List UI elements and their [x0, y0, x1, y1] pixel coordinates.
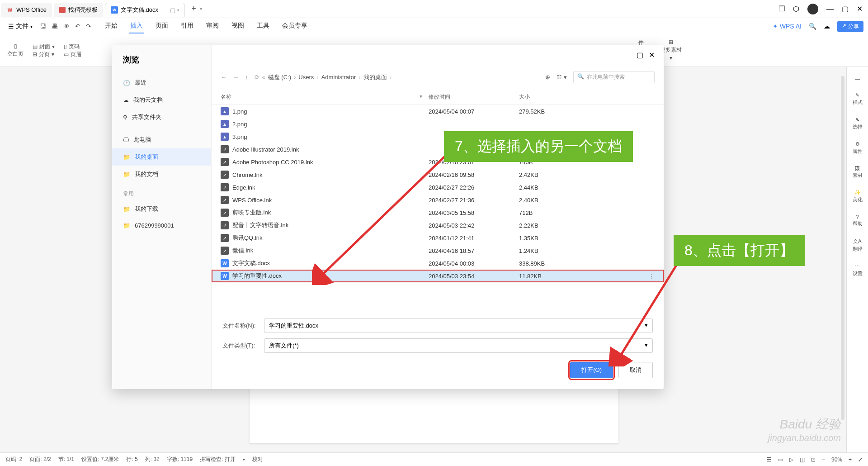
nav-cloud[interactable]: ☁我的云文档: [112, 91, 211, 109]
zoom-in-icon[interactable]: +: [849, 456, 852, 463]
collapse-icon[interactable]: —: [855, 76, 860, 81]
new-folder-icon[interactable]: ⊕: [545, 74, 550, 81]
cancel-button[interactable]: 取消: [618, 362, 653, 378]
minimize-icon[interactable]: —: [826, 5, 834, 13]
refresh-icon[interactable]: ⟳: [255, 74, 259, 81]
tab-menu-icon[interactable]: ▢ •: [170, 7, 179, 14]
cloud-icon[interactable]: ☁: [824, 23, 830, 30]
tab-wps[interactable]: W WPS Office: [1, 3, 52, 17]
new-tab-button[interactable]: +: [191, 4, 196, 14]
rs-beautify[interactable]: ✨美化: [853, 190, 863, 203]
status-proof[interactable]: 校对: [252, 456, 263, 463]
ribbon-cover[interactable]: ▤ 封面 ▾: [33, 43, 55, 51]
bc-item[interactable]: 我的桌面: [363, 73, 387, 81]
col-date[interactable]: 修改时间: [429, 93, 519, 101]
tab-review[interactable]: 审阅: [205, 19, 220, 33]
share-button[interactable]: ↗ 分享: [837, 21, 863, 32]
save-icon[interactable]: 🖫: [40, 23, 46, 30]
file-row[interactable]: ▲2.png: [212, 118, 664, 130]
view-full-icon[interactable]: ⊡: [811, 456, 816, 463]
rs-translate[interactable]: 文A翻译: [853, 238, 863, 252]
print-icon[interactable]: 🖶: [52, 23, 58, 30]
close-icon[interactable]: ✕: [857, 5, 863, 13]
status-section[interactable]: 节: 1/1: [58, 456, 74, 463]
filename-input[interactable]: 学习的重要性.docx▾: [264, 319, 653, 333]
status-row[interactable]: 行: 5: [126, 456, 137, 463]
rs-styles[interactable]: ✎样式: [853, 92, 863, 106]
nav-folder-id[interactable]: 📁676299990001: [112, 218, 211, 233]
more-icon[interactable]: ⋮: [649, 273, 655, 280]
zoom-level[interactable]: 90%: [831, 456, 842, 463]
window-copy-icon[interactable]: ❐: [778, 5, 785, 13]
nav-desktop[interactable]: 📁我的桌面: [112, 148, 211, 166]
rs-assets[interactable]: 🖼素材: [853, 166, 863, 179]
expand-icon[interactable]: ⤢: [858, 456, 863, 463]
view-read-icon[interactable]: ▭: [778, 456, 783, 463]
status-pos[interactable]: 设置值: 7.2厘米: [81, 456, 119, 463]
rs-select[interactable]: ⬉选择: [853, 117, 863, 130]
tab-templates[interactable]: 找稻壳模板: [54, 3, 103, 17]
col-size[interactable]: 大小: [519, 93, 573, 101]
status-spell[interactable]: 拼写检查: 打开: [200, 456, 236, 463]
zoom-out-icon[interactable]: −: [822, 456, 825, 463]
tab-reference[interactable]: 引用: [180, 19, 194, 33]
file-row[interactable]: ↗配音丨文字转语音.lnk2024/05/03 22:422.22KB: [212, 219, 664, 232]
bc-item[interactable]: Users: [298, 74, 314, 81]
nav-shared[interactable]: ⚲共享文件夹: [112, 109, 211, 126]
file-row[interactable]: ↗Edge.lnk2024/02/27 22:262.44KB: [212, 181, 664, 194]
scrollbar[interactable]: [841, 76, 844, 420]
filetype-select[interactable]: 所有文件(*)▾: [264, 338, 653, 353]
sort-icon[interactable]: ▾: [420, 93, 429, 101]
tab-document[interactable]: W 文字文稿.docx ▢ •: [105, 3, 185, 17]
preview-icon[interactable]: 👁: [63, 23, 70, 30]
back-icon[interactable]: ←: [221, 74, 226, 81]
file-row[interactable]: ↗腾讯QQ.lnk2024/01/12 21:411.35KB: [212, 232, 664, 244]
avatar[interactable]: [807, 4, 818, 14]
view-outline-icon[interactable]: ◫: [800, 456, 805, 463]
bc-item[interactable]: Administrator: [321, 74, 356, 81]
ribbon-pageno[interactable]: ▯ 页码: [64, 43, 81, 51]
file-row[interactable]: ↗WPS Office.lnk2024/02/27 21:362.40KB: [212, 194, 664, 206]
status-page[interactable]: 页面: 2/2: [29, 456, 51, 463]
undo-icon[interactable]: ↶: [75, 23, 80, 30]
tab-start[interactable]: 开始: [104, 19, 118, 33]
tab-member[interactable]: 会员专享: [281, 19, 308, 33]
tab-insert[interactable]: 插入: [129, 19, 144, 33]
view-mode-icon[interactable]: ☷ ▾: [557, 74, 567, 81]
file-row[interactable]: ▲1.png2024/05/04 00:07279.52KB: [212, 105, 664, 118]
ribbon-header[interactable]: ▭ 页眉: [64, 51, 81, 58]
rs-props[interactable]: ⚙属性: [853, 141, 863, 155]
redo-icon[interactable]: ↷: [86, 23, 91, 30]
forward-icon[interactable]: →: [233, 74, 239, 81]
status-words[interactable]: 字数: 1119: [167, 456, 193, 463]
status-col[interactable]: 列: 32: [145, 456, 160, 463]
view-web-icon[interactable]: ▷: [789, 456, 793, 463]
cube-icon[interactable]: ⬡: [793, 5, 799, 13]
nav-docs[interactable]: 📁我的文档: [112, 166, 211, 183]
tab-page[interactable]: 页面: [155, 19, 169, 33]
status-pageno[interactable]: 页码: 2: [5, 456, 22, 463]
up-icon[interactable]: ↑: [245, 74, 248, 81]
rs-help[interactable]: ?帮助: [853, 214, 863, 227]
ribbon-blank-page[interactable]: ▯ 空白页: [7, 43, 24, 58]
view-print-icon[interactable]: ☰: [767, 456, 772, 463]
maximize-icon[interactable]: ▢: [842, 5, 849, 13]
file-row[interactable]: ↗Chrome.lnk2024/02/16 09:582.42KB: [212, 168, 664, 181]
file-row[interactable]: ↗微信.lnk2024/04/16 18:571.24KB: [212, 244, 664, 257]
search-icon[interactable]: 🔍: [809, 23, 816, 30]
file-row[interactable]: ↗剪映专业版.lnk2024/03/05 15:58712B: [212, 206, 664, 219]
file-row[interactable]: W文字文稿.docx2024/05/04 00:03338.89KB: [212, 257, 664, 270]
dialog-close-icon[interactable]: ✕: [649, 51, 655, 59]
ribbon-split[interactable]: ⊟ 分页 ▾: [33, 51, 55, 58]
tab-view[interactable]: 视图: [231, 19, 245, 33]
nav-downloads[interactable]: 📁我的下载: [112, 200, 211, 218]
open-button[interactable]: 打开(O): [570, 362, 613, 378]
tab-dropdown-icon[interactable]: ▾: [200, 6, 202, 11]
rs-settings[interactable]: ⋯设置: [853, 263, 863, 277]
file-row[interactable]: W学习的重要性.docx2024/05/03 23:5411.82KB⋮: [212, 270, 664, 282]
col-name[interactable]: 名称: [221, 93, 420, 101]
nav-recent[interactable]: 🕐最近: [112, 74, 211, 91]
bc-item[interactable]: 磁盘 (C:): [268, 73, 291, 81]
nav-pc[interactable]: 🖵此电脑: [112, 131, 211, 148]
menu-file[interactable]: ☰ 文件 ▾: [5, 20, 36, 32]
